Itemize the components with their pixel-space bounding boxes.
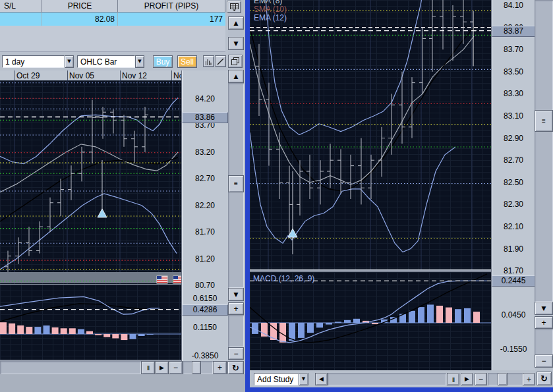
study-label[interactable]: EMA (12) [254, 13, 287, 22]
hscroll-track[interactable] [0, 361, 141, 374]
chart-scroll-up-button[interactable]: ▲ [228, 70, 244, 83]
right-indicator-chart[interactable]: MACD (12, 26, 9) [250, 272, 491, 370]
chart-type-select-arrow[interactable]: ▼ [135, 55, 144, 68]
arrow-down-icon: ▼ [542, 306, 546, 312]
detach-window-button[interactable] [228, 55, 243, 68]
volume-bars-icon [205, 58, 212, 65]
buy-button[interactable]: Buy [153, 55, 173, 68]
chart-type-select[interactable]: OHLC Bar [77, 55, 135, 68]
plus-icon: + [527, 376, 531, 383]
interval-select-arrow[interactable]: ▼ [65, 55, 74, 68]
hscroll-track[interactable] [328, 373, 446, 385]
pause-icon: ||| [147, 365, 149, 370]
table-scroll-up-button[interactable]: ▲ [228, 16, 244, 30]
zoom-out-button[interactable]: − [169, 361, 183, 374]
zoom-slider-thumb[interactable] [498, 373, 508, 385]
play-scroll-button[interactable]: ▶ [155, 361, 169, 374]
price-tick: 81.20 [182, 254, 228, 264]
refresh-button[interactable]: ↻ [227, 361, 244, 374]
table-grid-icon-button[interactable] [227, 1, 241, 13]
table-header-price[interactable]: PRICE [42, 0, 118, 13]
chart-scroll-down-button[interactable]: ▼ [228, 288, 244, 301]
pause-scroll-button[interactable]: ||| [141, 361, 155, 374]
indicator-value-tag: 0.2445 [492, 275, 535, 287]
zoom-in-button[interactable]: + [213, 361, 227, 374]
vzoom-out-button[interactable]: − [535, 354, 553, 368]
chart-scroll-down-button[interactable]: ▼ [535, 302, 553, 315]
play-icon: ▶ [160, 365, 164, 371]
vzoom-in-button[interactable]: + [228, 302, 244, 315]
add-study-arrow[interactable]: ▼ [299, 373, 308, 385]
indicator-value-tag: 0.4286 [182, 304, 228, 316]
macd-label: MACD (12, 26, 9) [253, 274, 314, 283]
table-scroll-down-button[interactable]: ▼ [228, 37, 244, 50]
vzoom-in-button[interactable]: + [535, 316, 553, 329]
grip-icon: ≡ [234, 181, 238, 187]
position-row[interactable]: 82.08 177 [0, 13, 225, 26]
chart-vscroll-thumb[interactable]: ≡ [535, 110, 553, 132]
price-tick: 83.50 [492, 67, 535, 76]
right-chart-window: EMA (8)SMA (10)EMA (12) MACD (12, 26, 9)… [250, 0, 553, 387]
price-tick: 82.20 [182, 201, 228, 210]
current-price-tag: 83.86 [182, 112, 228, 123]
focused-window-border-bottom[interactable] [245, 387, 553, 392]
table-header-profit[interactable]: PROFIT (PIPS) [118, 0, 225, 13]
interval-select[interactable]: 1 day [2, 55, 65, 68]
position-profit-cell: 177 [118, 13, 225, 26]
left-indicator-chart[interactable] [0, 285, 181, 360]
sell-button[interactable]: Sell [177, 55, 197, 68]
date-tick-label: Nov 12 [122, 71, 147, 80]
price-tick: 83.30 [492, 89, 535, 98]
plus-icon: + [233, 305, 238, 313]
volume-bars-icon-button[interactable] [203, 55, 214, 67]
zoom-slider-thumb[interactable] [192, 361, 201, 374]
vzoom-track[interactable] [535, 329, 553, 354]
study-label[interactable]: SMA (10) [254, 5, 287, 14]
minus-icon: − [173, 364, 178, 372]
date-tick-separator [15, 70, 15, 80]
date-axis[interactable]: Oct 29Nov 05Nov 12No [0, 70, 181, 81]
right-price-chart[interactable]: EMA (8)SMA (10)EMA (12) [250, 0, 491, 269]
price-tick: 82.90 [492, 134, 535, 143]
price-tick: 82.30 [492, 200, 535, 209]
date-tick-separator [120, 70, 121, 80]
current-price-tag: 83.87 [492, 26, 535, 37]
price-tick: 83.20 [182, 148, 228, 157]
play-scroll-button[interactable]: ▶ [461, 373, 473, 385]
table-header-profit-label: PROFIT (PIPS) [144, 1, 198, 11]
left-price-axis[interactable]: 84.2083.7083.2082.7082.2081.7081.2080.70… [181, 70, 228, 361]
refresh-icon: ↻ [540, 374, 548, 383]
arrow-left-icon: ◀ [319, 376, 324, 382]
add-study-select[interactable]: Add Study [254, 373, 299, 385]
vzoom-out-button[interactable]: − [228, 347, 244, 360]
price-tick: 82.70 [182, 174, 228, 183]
draw-line-icon-button[interactable] [215, 55, 226, 67]
chart-vscroll-thumb[interactable]: ≡ [228, 175, 244, 192]
arrow-up-icon: ▲ [234, 20, 239, 26]
minus-icon: − [541, 357, 546, 365]
indicator-tick: 0.6150 [182, 294, 228, 303]
arrow-down-icon: ▼ [234, 292, 239, 298]
pause-scroll-button[interactable]: ||| [447, 373, 459, 385]
price-tick: 82.50 [492, 178, 535, 187]
table-body-empty [0, 26, 225, 52]
date-tick-label: Nov 05 [69, 71, 94, 80]
table-header-price-label: PRICE [68, 1, 92, 11]
table-header-sl[interactable]: S/L [0, 0, 42, 13]
chart-vscroll-track[interactable] [535, 0, 553, 302]
date-tick-separator [171, 70, 172, 80]
scroll-left-button[interactable]: ◀ [315, 373, 328, 385]
vzoom-track[interactable] [228, 315, 244, 347]
position-sl-cell [0, 13, 42, 26]
zoom-out-button[interactable]: − [475, 373, 487, 385]
price-tick: 82.10 [492, 222, 535, 231]
plus-icon: + [218, 364, 222, 372]
price-tick: 81.70 [182, 227, 228, 237]
refresh-button[interactable]: ↻ [537, 372, 552, 385]
left-price-chart[interactable] [0, 80, 181, 284]
zoom-in-button[interactable]: + [523, 373, 535, 385]
right-price-axis[interactable]: 84.1083.9083.7083.5083.3083.1082.9082.70… [491, 0, 535, 370]
price-tick: 83.10 [492, 111, 535, 121]
indicator-tick: -0.3850 [182, 351, 228, 360]
focused-window-border-left[interactable] [245, 0, 250, 392]
